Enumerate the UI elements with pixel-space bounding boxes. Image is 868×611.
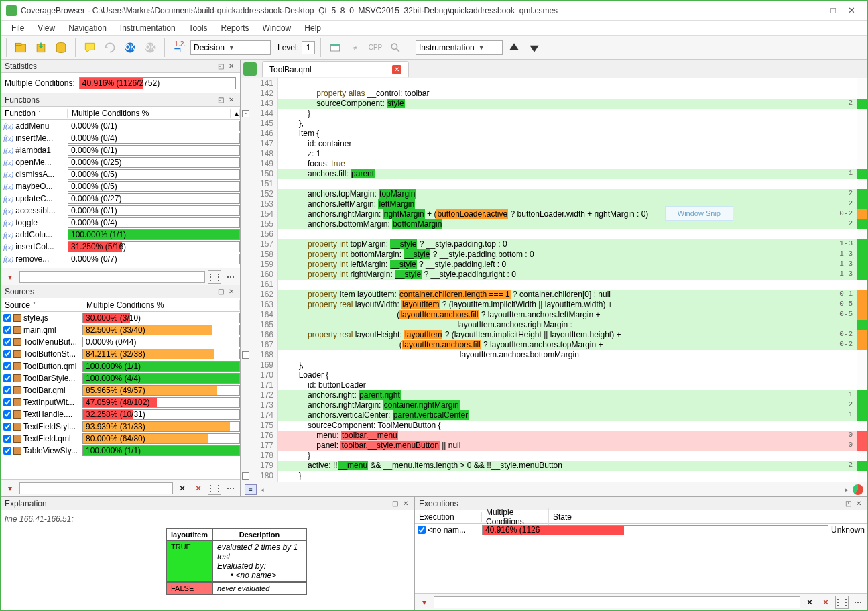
source-row[interactable]: TextFieldStyl...93.939% (31/33): [1, 421, 240, 433]
import-icon[interactable]: [32, 39, 50, 56]
source-row[interactable]: TextHandle....32.258% (10/31): [1, 408, 240, 421]
close-button[interactable]: ✕: [848, 5, 855, 15]
clear-red-icon[interactable]: ✕: [192, 482, 205, 495]
close-panel-icon[interactable]: ✕: [401, 499, 410, 508]
close-panel-icon[interactable]: ✕: [227, 95, 236, 105]
close-panel-icon[interactable]: ✕: [227, 287, 236, 296]
close-panel-icon[interactable]: ✕: [854, 499, 863, 508]
menu-file[interactable]: File: [5, 22, 31, 34]
source-row[interactable]: ToolButtonSt...84.211% (32/38): [1, 348, 240, 360]
funnel-icon[interactable]: ▾: [3, 482, 17, 495]
funnel-icon[interactable]: ▾: [418, 596, 431, 609]
function-row[interactable]: f(x)openMe...0.000% (0/25): [1, 156, 240, 168]
ok-disabled-icon[interactable]: OK: [141, 39, 159, 56]
sources-filter-bar: ▾ ✕ ✕ ⋮⋮ ⋯: [1, 479, 240, 496]
arrow-down-icon[interactable]: [525, 39, 543, 56]
coverage-indicator-icon[interactable]: [853, 484, 863, 495]
coverage-mode-value: Decision: [194, 43, 225, 52]
more-icon[interactable]: ⋯: [224, 270, 237, 284]
function-row[interactable]: f(x)toggle0.000% (0/4): [1, 217, 240, 229]
execution-checkbox[interactable]: [418, 526, 426, 534]
refresh-icon[interactable]: [101, 39, 119, 56]
function-row[interactable]: f(x)#lambda10.000% (0/1): [1, 144, 240, 156]
undock-icon[interactable]: ◰: [216, 62, 225, 71]
code-area[interactable]: --- 141142143144145146147148149150151152…: [241, 78, 867, 482]
functions-filter-input[interactable]: [19, 271, 205, 283]
not-equal-icon[interactable]: ≠: [347, 39, 364, 56]
list-config-icon[interactable]: ⋮⋮: [208, 270, 221, 284]
numbered-icon[interactable]: 1.2.3.: [170, 39, 188, 56]
close-panel-icon[interactable]: ✕: [227, 62, 236, 71]
comment-icon[interactable]: [81, 39, 99, 56]
more-icon[interactable]: ⋯: [851, 596, 865, 609]
explanation-false-cell: FALSE: [166, 582, 212, 594]
line-wrap-icon[interactable]: ≡: [245, 484, 257, 495]
function-row[interactable]: f(x)updateC...0.000% (0/27): [1, 192, 240, 205]
menu-bar: FileViewNavigationInstrumentationToolsRe…: [1, 21, 867, 36]
source-row[interactable]: TextInputWit...47.059% (48/102): [1, 396, 240, 408]
funnel-icon[interactable]: ▾: [3, 270, 17, 284]
function-row[interactable]: f(x)addMenu0.000% (0/1): [1, 120, 240, 132]
source-row[interactable]: ToolBarStyle...100.000% (4/4): [1, 372, 240, 384]
menu-instrumentation[interactable]: Instrumentation: [113, 22, 182, 34]
arrow-up-icon[interactable]: [505, 39, 523, 56]
execution-row[interactable]: <no nam... 40.916% (1126 Unknown: [415, 524, 867, 536]
new-window-icon[interactable]: [326, 39, 344, 56]
functions-list[interactable]: f(x)addMenu0.000% (0/1)f(x)insertMe...0.…: [1, 120, 240, 268]
function-row[interactable]: f(x)insertMe...0.000% (0/4): [1, 132, 240, 144]
scroll-right-icon[interactable]: ▸: [845, 486, 849, 493]
db-stack-icon[interactable]: [52, 39, 70, 56]
function-row[interactable]: f(x)maybeO...0.000% (0/5): [1, 180, 240, 192]
source-row[interactable]: ToolButton.qml100.000% (1/1): [1, 360, 240, 372]
undock-icon[interactable]: ◰: [843, 499, 853, 508]
close-tab-icon[interactable]: ✕: [392, 65, 401, 74]
function-row[interactable]: f(x)accessibl...0.000% (0/1): [1, 205, 240, 217]
ok-icon[interactable]: OK: [121, 39, 139, 56]
source-row[interactable]: style.js30.000% (3/10): [1, 312, 240, 324]
maximize-button[interactable]: □: [830, 5, 836, 15]
sources-list[interactable]: style.js30.000% (3/10)main.qml82.500% (3…: [1, 312, 240, 479]
sources-table-head: Source˅ Multiple Conditions %: [1, 298, 240, 312]
menu-navigation[interactable]: Navigation: [62, 22, 113, 34]
menu-reports[interactable]: Reports: [214, 22, 256, 34]
cpp-icon[interactable]: CPP: [367, 39, 384, 56]
source-row[interactable]: TextField.qml80.000% (64/80): [1, 433, 240, 445]
function-row[interactable]: f(x)dismissA...0.000% (0/5): [1, 168, 240, 180]
source-row[interactable]: main.qml82.500% (33/40): [1, 324, 240, 336]
clear-icon[interactable]: ✕: [803, 596, 816, 609]
more-icon[interactable]: ⋯: [224, 482, 237, 495]
list-config-icon[interactable]: ⋮⋮: [835, 596, 849, 609]
executions-filter-bar: ▾ ✕ ✕ ⋮⋮ ⋯: [415, 593, 867, 610]
menu-help[interactable]: Help: [298, 22, 328, 34]
scroll-up[interactable]: ▴: [231, 109, 240, 118]
source-row[interactable]: ToolMenuBut...0.000% (0/44): [1, 336, 240, 348]
clear-red-icon[interactable]: ✕: [819, 596, 832, 609]
undock-icon[interactable]: ◰: [216, 287, 225, 296]
overview-strip[interactable]: [857, 78, 867, 482]
zoom-icon[interactable]: [387, 39, 404, 56]
menu-window[interactable]: Window: [256, 22, 298, 34]
fold-gutter[interactable]: ---: [241, 78, 251, 482]
list-config-icon[interactable]: ⋮⋮: [208, 482, 221, 495]
source-row[interactable]: TableViewSty...100.000% (1/1): [1, 445, 240, 457]
undock-icon[interactable]: ◰: [390, 499, 399, 508]
undock-icon[interactable]: ◰: [216, 95, 225, 105]
menu-view[interactable]: View: [31, 22, 62, 34]
open-db-icon[interactable]: [12, 39, 29, 56]
function-row[interactable]: f(x)addColu...100.000% (1/1): [1, 229, 240, 241]
coverage-mode-combo[interactable]: Decision ▼: [190, 40, 271, 55]
source-tab[interactable]: ToolBar.qml ✕: [262, 61, 409, 77]
source-row[interactable]: ToolBar.qml85.965% (49/57): [1, 384, 240, 396]
svg-line-13: [397, 48, 399, 51]
minimize-button[interactable]: —: [810, 5, 818, 15]
level-spinner[interactable]: 1: [302, 41, 315, 54]
code-body[interactable]: property alias __control: toolbar source…: [278, 78, 857, 482]
function-row[interactable]: f(x)remove...0.000% (0/7): [1, 253, 240, 265]
clear-icon[interactable]: ✕: [176, 482, 189, 495]
scroll-left-icon[interactable]: ◂: [261, 486, 264, 493]
menu-tools[interactable]: Tools: [182, 22, 214, 34]
executions-filter-input[interactable]: [434, 596, 800, 608]
sources-filter-input[interactable]: [19, 482, 173, 494]
view-mode-combo[interactable]: Instrumentation ▼: [416, 40, 503, 55]
function-row[interactable]: f(x)insertCol...31.250% (5/16): [1, 241, 240, 253]
